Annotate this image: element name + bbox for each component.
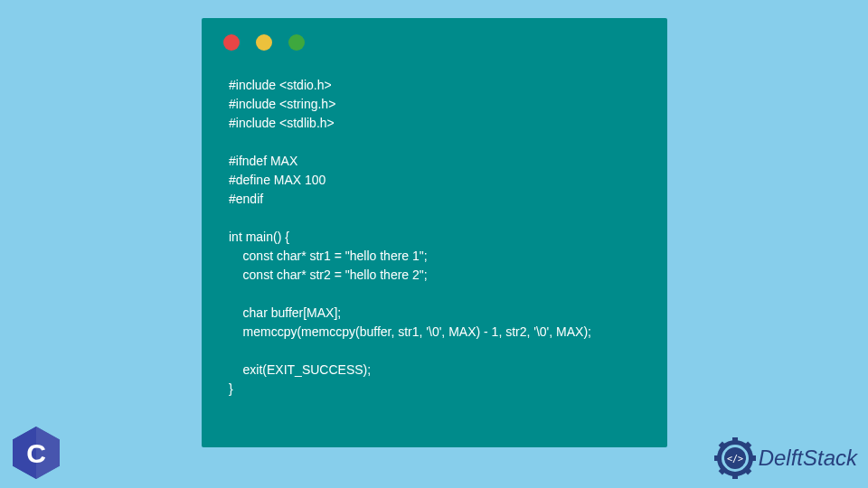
minimize-icon <box>256 34 272 51</box>
maximize-icon <box>288 34 305 51</box>
svg-rect-10 <box>749 455 756 461</box>
brand-name: DelftStack <box>759 446 857 471</box>
code-content: #include <stdio.h> #include <string.h> #… <box>202 67 667 408</box>
close-icon <box>223 34 240 51</box>
c-language-logo: C <box>13 427 60 479</box>
delftstack-logo: </> DelftStack <box>714 437 857 479</box>
gear-icon: </> <box>714 437 756 479</box>
svg-rect-8 <box>732 472 738 479</box>
code-window: #include <stdio.h> #include <string.h> #… <box>202 18 667 447</box>
svg-text:C: C <box>26 438 46 468</box>
svg-text:</>: </> <box>727 454 743 464</box>
svg-rect-9 <box>714 455 722 461</box>
traffic-lights <box>202 18 667 67</box>
svg-rect-7 <box>732 437 738 445</box>
